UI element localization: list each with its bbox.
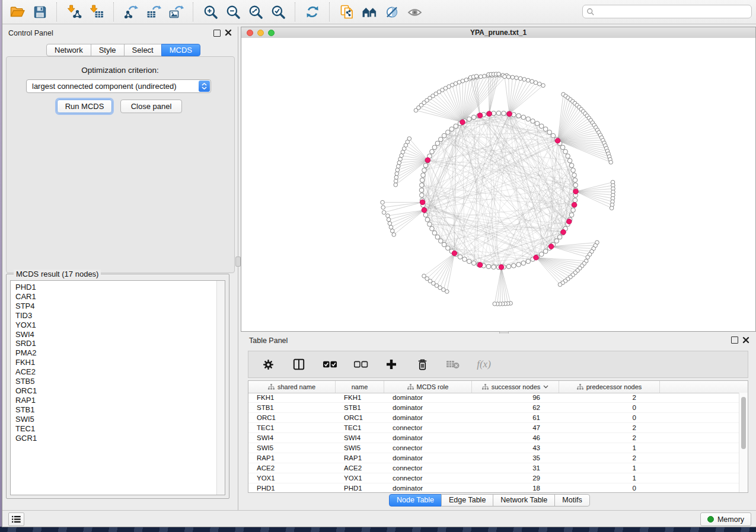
ring-node[interactable]	[572, 173, 577, 178]
table-row[interactable]: PHD1PHD1dominator180	[248, 483, 739, 492]
mcds-result-item[interactable]: STB5	[11, 377, 216, 386]
table-cell[interactable]: 0	[551, 483, 643, 492]
mcds-result-item[interactable]: ORC1	[11, 386, 216, 396]
table-row[interactable]: TEC1TEC1connector472	[248, 423, 739, 433]
close-panel-button[interactable]: Close panel	[120, 100, 182, 113]
ring-node[interactable]	[394, 179, 398, 183]
hub-node[interactable]	[487, 111, 492, 117]
tab-network[interactable]: Network	[46, 44, 91, 56]
table-cell[interactable]: 43	[472, 443, 551, 453]
float-panel-icon[interactable]	[213, 30, 221, 37]
mcds-result-item[interactable]: TEC1	[11, 424, 216, 434]
ring-node[interactable]	[539, 124, 544, 129]
table-row[interactable]: SWI5SWI5connector431	[248, 443, 739, 453]
table-row[interactable]: FKH1FKH1dominator962	[248, 393, 739, 403]
table-cell[interactable]: 0	[551, 403, 643, 412]
table-cell[interactable]: 29	[472, 473, 551, 483]
table-cell[interactable]: dominator	[384, 413, 472, 422]
hub-node[interactable]	[477, 113, 483, 118]
mcds-result-item[interactable]: SWI5	[11, 415, 216, 424]
table-cell[interactable]: dominator	[384, 433, 472, 443]
ring-node[interactable]	[392, 233, 396, 237]
import-network-button[interactable]	[65, 2, 84, 21]
hub-node[interactable]	[477, 262, 483, 268]
table-cell[interactable]: SWI4	[336, 433, 384, 443]
table-cell[interactable]: dominator	[384, 403, 472, 412]
ring-node[interactable]	[522, 78, 527, 82]
ring-node[interactable]	[422, 168, 427, 173]
mcds-result-item[interactable]: FKH1	[11, 358, 216, 367]
table-cell[interactable]: 96	[472, 393, 551, 402]
hub-node[interactable]	[566, 219, 572, 225]
hub-node[interactable]	[561, 230, 566, 235]
column-header-mcds-role[interactable]: MCDS role	[384, 381, 472, 393]
export-table-button[interactable]	[144, 2, 163, 21]
ring-node[interactable]	[483, 74, 487, 78]
mcds-list-scrollbar[interactable]	[216, 281, 225, 495]
table-settings-button[interactable]	[259, 355, 277, 374]
table-cell[interactable]: SWI5	[248, 443, 336, 453]
ring-node[interactable]	[467, 259, 471, 264]
ring-node[interactable]	[557, 235, 562, 239]
table-cell[interactable]: SWI5	[336, 443, 384, 453]
ring-node[interactable]	[506, 264, 511, 269]
hub-node[interactable]	[499, 265, 504, 270]
network-canvas[interactable]	[241, 38, 755, 331]
ring-node[interactable]	[554, 239, 559, 243]
ring-node[interactable]	[486, 264, 491, 269]
ring-node[interactable]	[526, 117, 531, 121]
table-cell[interactable]: RAP1	[248, 453, 336, 463]
ring-node[interactable]	[610, 206, 614, 210]
ring-node[interactable]	[432, 230, 437, 235]
table-cell[interactable]: RAP1	[336, 453, 384, 463]
table-scrollbar[interactable]	[739, 393, 748, 492]
ring-node[interactable]	[534, 81, 538, 85]
show-graphics-details-button[interactable]	[405, 2, 424, 21]
ring-node[interactable]	[526, 78, 530, 82]
ring-node[interactable]	[566, 154, 570, 159]
vertical-splitter-grip[interactable]	[235, 257, 241, 267]
ring-node[interactable]	[571, 208, 576, 213]
hub-node[interactable]	[572, 203, 577, 208]
table-cell[interactable]: 2	[551, 393, 643, 402]
refresh-button[interactable]	[303, 2, 322, 21]
mcds-result-list[interactable]: PHD1CAR1STP4TID3YOX1SWI4SRD1PMA2FKH1ACE2…	[10, 280, 225, 495]
ring-node[interactable]	[382, 210, 386, 214]
mcds-result-item[interactable]: STB1	[11, 405, 216, 415]
clone-network-button[interactable]	[337, 2, 356, 21]
table-cell[interactable]: 31	[472, 463, 551, 473]
table-cell[interactable]: YOX1	[336, 473, 384, 483]
style-preview-off-button[interactable]	[382, 2, 401, 21]
mcds-result-item[interactable]: SWI4	[11, 330, 216, 339]
ring-node[interactable]	[569, 213, 574, 217]
table-cell[interactable]: connector	[384, 423, 472, 432]
search-field[interactable]	[582, 5, 752, 18]
ring-node[interactable]	[419, 193, 424, 198]
ring-node[interactable]	[381, 206, 385, 210]
open-file-button[interactable]	[8, 2, 27, 21]
table-cell[interactable]	[643, 393, 739, 402]
ring-node[interactable]	[492, 265, 496, 270]
ring-node[interactable]	[535, 121, 540, 126]
ring-node[interactable]	[458, 255, 462, 259]
ring-node[interactable]	[512, 113, 516, 117]
ring-node[interactable]	[423, 163, 428, 168]
tab-mcds[interactable]: MCDS	[161, 44, 200, 56]
ring-node[interactable]	[428, 222, 432, 227]
table-cell[interactable]: 1	[551, 443, 643, 453]
ring-node[interactable]	[438, 239, 443, 243]
column-header-predecessor-nodes[interactable]: predecessor nodes	[559, 381, 660, 393]
table-cell[interactable]: ORC1	[248, 413, 336, 422]
ring-node[interactable]	[571, 168, 576, 173]
ring-node[interactable]	[387, 217, 391, 222]
memory-button[interactable]: Memory	[700, 512, 751, 526]
table-cell[interactable]: STB1	[336, 403, 384, 412]
table-cell[interactable]: TEC1	[248, 423, 336, 432]
ring-node[interactable]	[518, 76, 522, 81]
ring-node[interactable]	[394, 175, 398, 180]
table-cell[interactable]: FKH1	[248, 393, 336, 402]
column-header-shared-name[interactable]: shared name	[248, 381, 336, 393]
table-row[interactable]: ACE2ACE2connector311	[248, 463, 739, 473]
hub-node[interactable]	[507, 111, 512, 117]
table-cell[interactable]: 47	[472, 423, 551, 432]
